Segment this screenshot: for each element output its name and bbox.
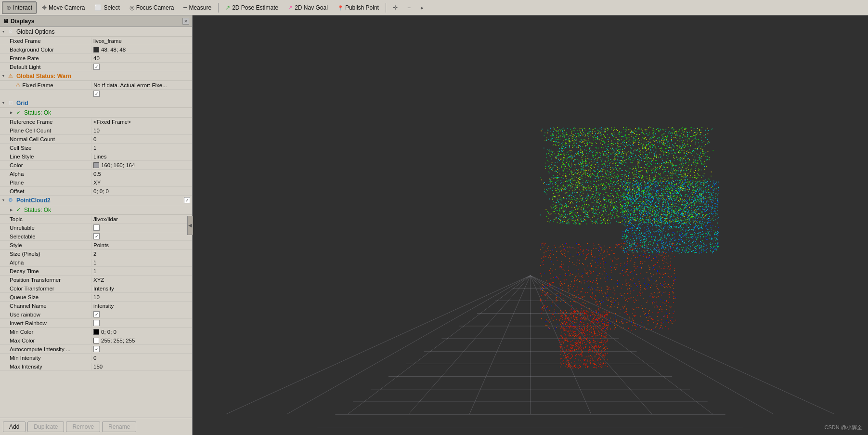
move-camera-label: Move Camera xyxy=(49,4,85,11)
pc2-alpha-row: Alpha 1 xyxy=(0,258,192,267)
crosshair-button[interactable] xyxy=(389,1,402,14)
fixed-frame-label: Fixed Frame xyxy=(0,38,91,44)
style-value[interactable]: Points xyxy=(91,242,192,249)
topic-value[interactable]: /livox/lidar xyxy=(91,216,192,223)
global-status-arrow[interactable] xyxy=(0,72,7,80)
move-camera-button[interactable]: Move Camera xyxy=(38,1,89,14)
pose-2d-icon xyxy=(225,4,230,11)
autocompute-intensity-value[interactable] xyxy=(91,345,192,353)
plane-value[interactable]: XY xyxy=(91,179,192,186)
unreliable-value[interactable] xyxy=(91,224,192,231)
focus-camera-icon xyxy=(130,4,134,11)
duplicate-button[interactable]: Duplicate xyxy=(27,422,64,432)
measure-button[interactable]: Measure xyxy=(179,1,216,14)
max-intensity-label: Max Intensity xyxy=(0,363,91,370)
queue-size-value[interactable]: 10 xyxy=(91,294,192,301)
cell-size-value[interactable]: 1 xyxy=(91,145,192,151)
pointcloud2-arrow[interactable] xyxy=(0,197,7,204)
use-rainbow-checkbox[interactable] xyxy=(93,311,100,317)
selectable-value[interactable] xyxy=(91,233,192,240)
decay-time-value[interactable]: 1 xyxy=(91,268,192,275)
pc2-alpha-value[interactable]: 1 xyxy=(91,259,192,266)
cell-size-label: Cell Size xyxy=(0,145,91,151)
color-transformer-value[interactable]: Intensity xyxy=(91,285,192,292)
selectable-checkbox[interactable] xyxy=(93,233,100,239)
autocompute-intensity-checkbox[interactable] xyxy=(93,346,100,352)
max-color-value[interactable]: 255; 255; 255 xyxy=(91,337,192,344)
gs-fixed-frame-check-value xyxy=(91,90,192,97)
normal-cell-count-value[interactable]: 0 xyxy=(91,136,192,143)
frame-rate-value[interactable]: 40 xyxy=(91,55,192,62)
displays-icon: 🖥 xyxy=(3,18,9,25)
grid-color-value[interactable]: 160; 160; 164 xyxy=(91,162,192,169)
viewport-canvas xyxy=(193,15,868,435)
global-options-arrow[interactable] xyxy=(0,28,7,36)
channel-name-value[interactable]: intensity xyxy=(91,303,192,309)
queue-size-row: Queue Size 10 xyxy=(0,293,192,302)
plane-cell-count-value[interactable]: 10 xyxy=(91,127,192,134)
position-transformer-value[interactable]: XYZ xyxy=(91,277,192,283)
grid-alpha-value[interactable]: 0.5 xyxy=(91,171,192,177)
fixed-frame-value[interactable]: livox_frame xyxy=(91,38,192,44)
plane-label: Plane xyxy=(0,179,91,186)
circle-button[interactable] xyxy=(416,1,428,14)
pointcloud2-enable-checkbox[interactable] xyxy=(184,197,190,203)
pc2-status-arrow[interactable] xyxy=(8,206,14,214)
displays-header: 🖥 Displays ✕ xyxy=(0,15,192,27)
max-intensity-value[interactable]: 150 xyxy=(91,363,192,370)
line-style-value[interactable]: Lines xyxy=(91,153,192,160)
min-color-value[interactable]: 0; 0; 0 xyxy=(91,329,192,335)
default-light-checkbox[interactable] xyxy=(93,64,100,70)
interact-button[interactable]: Interact xyxy=(2,1,37,14)
invert-rainbow-checkbox[interactable] xyxy=(93,320,100,326)
invert-rainbow-row: Invert Rainbow xyxy=(0,319,192,328)
default-light-value[interactable] xyxy=(91,63,192,70)
min-intensity-value[interactable]: 0 xyxy=(91,355,192,361)
grid-status-arrow[interactable] xyxy=(8,109,14,117)
use-rainbow-label: Use rainbow xyxy=(0,311,91,318)
unreliable-checkbox[interactable] xyxy=(93,224,100,231)
remove-button[interactable]: Remove xyxy=(66,422,100,432)
background-color-value[interactable]: 48; 48; 48 xyxy=(91,46,192,53)
pose-2d-button[interactable]: 2D Pose Estimate xyxy=(221,1,283,14)
select-button[interactable]: Select xyxy=(90,1,124,14)
pc2-status-label: Status: Ok xyxy=(22,207,192,213)
grid-color-swatch xyxy=(93,162,99,168)
style-label: Style xyxy=(0,242,91,249)
gs-fixed-frame-value: No tf data. Actual error: Fixe... xyxy=(91,82,192,89)
grid-color-label: Color xyxy=(0,162,91,169)
invert-rainbow-label: Invert Rainbow xyxy=(0,320,91,327)
panel-collapse-handle[interactable]: ◀ xyxy=(187,216,193,235)
gs-fixed-frame-checkbox[interactable] xyxy=(93,91,100,97)
focus-camera-button[interactable]: Focus Camera xyxy=(125,1,179,14)
color-transformer-row: Color Transformer Intensity xyxy=(0,284,192,293)
select-label: Select xyxy=(104,4,119,11)
grid-alpha-row: Alpha 0.5 xyxy=(0,170,192,178)
pointcloud2-icon: ⚙ xyxy=(7,197,14,204)
invert-rainbow-value[interactable] xyxy=(91,319,192,327)
decay-time-label: Decay Time xyxy=(0,268,91,275)
3d-viewport[interactable]: CSDN @小辉全 xyxy=(193,15,868,435)
gs-fixed-frame-label: ⚠ Fixed Frame xyxy=(0,81,91,89)
move-camera-icon xyxy=(42,4,47,11)
publish-point-button[interactable]: Publish Point xyxy=(333,1,383,14)
nav-2d-button[interactable]: 2D Nav Goal xyxy=(284,1,332,14)
rename-button[interactable]: Rename xyxy=(102,422,136,432)
pointcloud2-label: PointCloud2 xyxy=(14,197,184,204)
reference-frame-label: Reference Frame xyxy=(0,119,91,125)
use-rainbow-row: Use rainbow xyxy=(0,310,192,319)
size-pixels-value[interactable]: 2 xyxy=(91,250,192,257)
minus-button[interactable] xyxy=(403,1,415,14)
publish-point-icon xyxy=(337,4,343,11)
grid-arrow[interactable] xyxy=(0,99,7,107)
add-button[interactable]: Add xyxy=(3,422,26,432)
use-rainbow-value[interactable] xyxy=(91,311,192,318)
reference-frame-value[interactable]: <Fixed Frame> xyxy=(91,119,192,125)
min-intensity-label: Min Intensity xyxy=(0,355,91,361)
size-pixels-label: Size (Pixels) xyxy=(0,250,91,257)
displays-close-button[interactable]: ✕ xyxy=(182,18,189,25)
displays-content[interactable]: ⚙ Global Options Fixed Frame livox_frame… xyxy=(0,27,192,418)
watermark: CSDN @小辉全 xyxy=(825,424,862,431)
offset-value[interactable]: 0; 0; 0 xyxy=(91,188,192,195)
global-options-icon: ⚙ xyxy=(7,28,14,36)
